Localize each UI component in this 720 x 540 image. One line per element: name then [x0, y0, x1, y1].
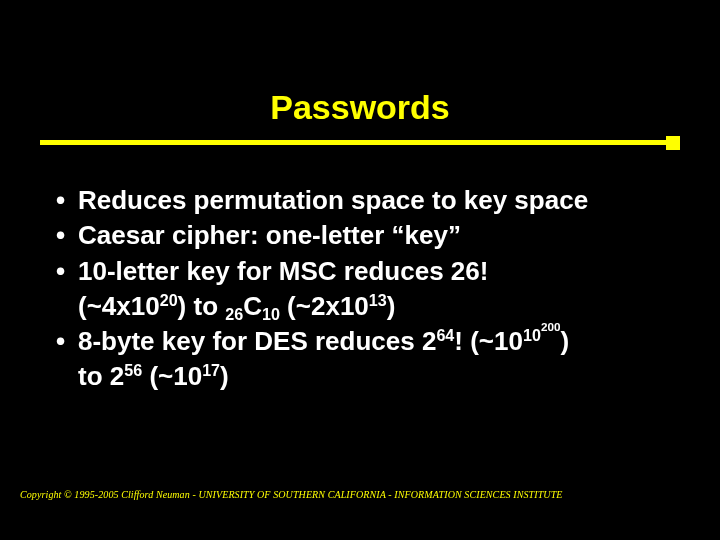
- title-container: Passwords: [0, 88, 720, 127]
- page-title: Passwords: [270, 88, 450, 126]
- bullet-4-cont: to 256 (~1017): [56, 360, 676, 393]
- b3-part2: ) to: [178, 291, 226, 321]
- underline-endcap: [666, 136, 680, 150]
- underline-bar: [40, 140, 680, 145]
- b3-part5: ): [387, 291, 396, 321]
- bullet-3: •10-letter key for MSC reduces 26!: [56, 255, 676, 288]
- bullet-1: •Reduces permutation space to key space: [56, 184, 676, 217]
- b4-exp2: 10: [523, 326, 541, 344]
- bullet-dot: •: [56, 325, 78, 358]
- slide: Passwords •Reduces permutation space to …: [0, 0, 720, 540]
- b4-part3: ): [560, 326, 569, 356]
- bullet-1-text: Reduces permutation space to key space: [78, 185, 588, 215]
- bullet-dot: •: [56, 219, 78, 252]
- bullet-3-cont: (~4x1020) to 26C10 (~2x1013): [56, 290, 676, 323]
- b4b-part2: (~10: [142, 361, 202, 391]
- bullet-dot: •: [56, 184, 78, 217]
- b4b-exp1: 56: [124, 361, 142, 379]
- b3-sub2: 10: [262, 305, 280, 323]
- b3-exp1: 20: [160, 291, 178, 309]
- b3-part4: (~2x10: [280, 291, 369, 321]
- bullet-4: •8-byte key for DES reduces 264! (~10102…: [56, 325, 676, 358]
- b4b-part1: to 2: [78, 361, 124, 391]
- b4b-part3: ): [220, 361, 229, 391]
- bullet-2: •Caesar cipher: one-letter “key”: [56, 219, 676, 252]
- copyright-footer: Copyright © 1995-2005 Clifford Neuman - …: [20, 489, 563, 500]
- b4b-exp2: 17: [202, 361, 220, 379]
- b4-expexp: 200: [541, 320, 561, 333]
- b4-exp1: 64: [436, 326, 454, 344]
- body-text: •Reduces permutation space to key space …: [56, 184, 676, 396]
- bullet-2-text: Caesar cipher: one-letter “key”: [78, 220, 461, 250]
- b3-exp2: 13: [369, 291, 387, 309]
- b3-part3: C: [243, 291, 262, 321]
- bullet-dot: •: [56, 255, 78, 288]
- title-underline: [40, 136, 680, 150]
- b4-part2: ! (~10: [454, 326, 523, 356]
- b4-part1: 8-byte key for DES reduces 2: [78, 326, 436, 356]
- bullet-3-line1: 10-letter key for MSC reduces 26!: [78, 256, 488, 286]
- b3-part1: (~4x10: [78, 291, 160, 321]
- b3-sub1: 26: [225, 305, 243, 323]
